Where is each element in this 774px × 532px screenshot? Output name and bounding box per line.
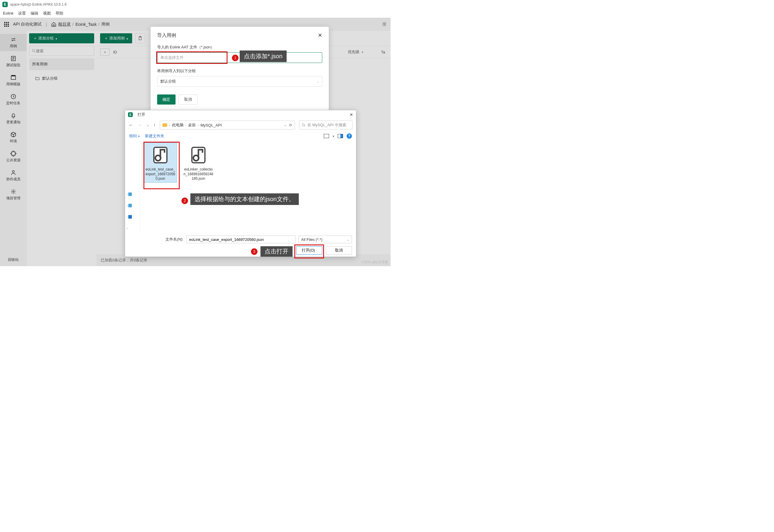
- nav-back-icon[interactable]: ←: [129, 122, 133, 128]
- menu-edit[interactable]: 编辑: [31, 11, 38, 16]
- nav-recent-icon[interactable]: ⌄: [146, 123, 149, 127]
- group-select[interactable]: 默认分组 ⌄: [157, 76, 322, 87]
- menu-help[interactable]: 帮助: [56, 11, 63, 16]
- window-titlebar: E space-hphxjz-Eolink APIKit 10.6.1.6: [0, 0, 391, 9]
- file-item-2[interactable]: eoLinker_collection_1669816859248185.jso…: [182, 143, 215, 182]
- chevron-down-icon[interactable]: ▾: [333, 135, 334, 138]
- computer-icon: [128, 215, 132, 219]
- annotation-badge-2: 2: [181, 198, 188, 204]
- cancel-button[interactable]: 取消: [179, 94, 198, 105]
- chevron-down-icon: ⌄: [317, 80, 319, 83]
- filetype-select[interactable]: All Files (*.*) ⌄: [298, 236, 352, 243]
- file-item-1[interactable]: eoLink_test_case_export_1669720560.json: [144, 143, 177, 182]
- address-bar[interactable]: › 此电脑 › 桌面 › MySQL_API ⌄ ⟳: [160, 121, 295, 130]
- menu-eolink[interactable]: Eolink: [3, 11, 13, 15]
- view-mode-icon[interactable]: [324, 134, 329, 138]
- close-icon[interactable]: ✕: [318, 32, 322, 39]
- file-list[interactable]: eoLink_test_case_export_1669720560.json …: [140, 141, 356, 233]
- cloud-icon: [128, 192, 132, 196]
- nav-forward-icon[interactable]: →: [138, 122, 142, 128]
- ok-button[interactable]: 确定: [157, 94, 176, 105]
- new-folder-button[interactable]: 新建文件夹: [145, 133, 164, 139]
- annotation-badge-1: 1: [232, 55, 238, 61]
- annotation-callout-1: 点击添加*.json: [240, 50, 287, 62]
- chevron-down-icon[interactable]: ⌄: [284, 123, 287, 127]
- refresh-icon[interactable]: ⟳: [289, 123, 292, 127]
- chevron-down-icon: ⌄: [347, 238, 349, 241]
- menu-settings[interactable]: 设置: [18, 11, 26, 16]
- group-label: 将用例导入到以下分组: [157, 68, 322, 74]
- svg-point-8: [302, 124, 305, 126]
- help-icon[interactable]: ?: [347, 133, 352, 139]
- search-icon: [302, 123, 306, 127]
- nav-up-icon[interactable]: ↑: [153, 122, 156, 128]
- window-title: space-hphxjz-Eolink APIKit 10.6.1.6: [10, 2, 67, 7]
- app-icon: E: [2, 2, 8, 7]
- file-label: 导入的 Eolink AAT 文件（*.json）: [157, 45, 322, 50]
- file-search[interactable]: 在 MySQL_API 中搜索: [299, 121, 353, 130]
- file-icon: [149, 144, 171, 166]
- folder-tree[interactable]: › › › ›: [125, 141, 140, 233]
- file-open-dialog: E 打开 ✕ ← → ⌄ ↑ › 此电脑 › 桌面 › MySQL_API ⌄ …: [125, 110, 356, 257]
- close-icon[interactable]: ✕: [350, 112, 353, 117]
- filename-input[interactable]: [187, 236, 296, 243]
- menubar: Eolink 设置 编辑 视图 帮助: [0, 9, 391, 18]
- preview-pane-icon[interactable]: [338, 134, 343, 138]
- menu-view[interactable]: 视图: [43, 11, 51, 16]
- annotation-badge-3: 3: [251, 248, 258, 255]
- import-dialog: 导入用例 ✕ 导入的 Eolink AAT 文件（*.json） 单击选择文件 …: [151, 27, 329, 110]
- watermark: CSDN @红目香薰: [362, 260, 388, 264]
- filename-label: 文件名(N):: [165, 237, 184, 242]
- cancel-button[interactable]: 取消: [326, 246, 352, 255]
- annotation-callout-3: 点击打开: [260, 246, 293, 257]
- file-icon: [187, 144, 209, 166]
- organize-menu[interactable]: 组织 ▾: [129, 133, 140, 139]
- annotation-callout-2: 选择根据给与的文本创建的json文件。: [190, 193, 299, 205]
- annotation-outline-3: [294, 244, 324, 258]
- dialog-title: 导入用例: [157, 32, 176, 39]
- cloud-icon: [128, 204, 132, 207]
- app-icon: E: [128, 112, 133, 117]
- folder-icon: [162, 123, 167, 127]
- file-dialog-title: 打开: [138, 112, 145, 117]
